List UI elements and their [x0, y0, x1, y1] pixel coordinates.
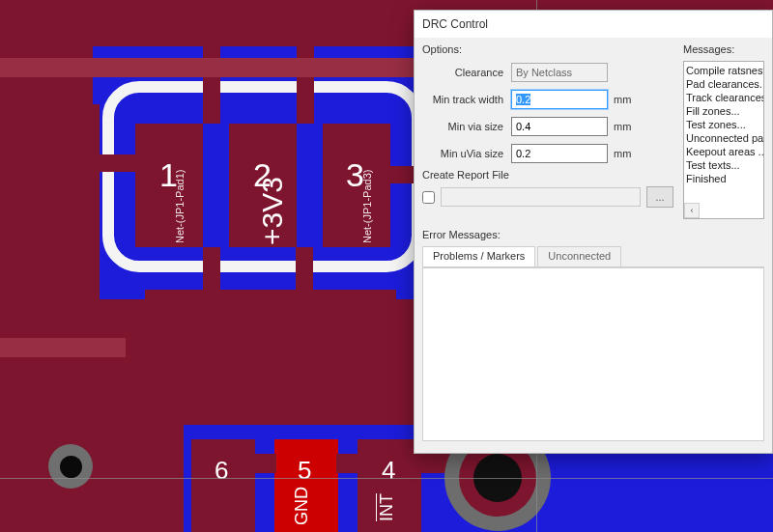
via[interactable] — [48, 444, 93, 489]
report-path-field — [441, 187, 641, 207]
pad-number: 6 — [215, 456, 228, 486]
clearance-label: Clearance — [422, 67, 511, 78]
tab-problems-markers[interactable]: Problems / Markers — [422, 246, 535, 266]
message-item[interactable]: Fill zones... — [686, 104, 763, 118]
message-item[interactable]: Finished — [686, 172, 763, 185]
drc-control-dialog[interactable]: DRC Control Options: Clearance Min track… — [414, 10, 773, 454]
min-track-width-input[interactable] — [511, 90, 608, 109]
min-track-width-label: Min track width — [422, 94, 511, 105]
group-heading: Messages: — [683, 43, 764, 55]
pad-number: 5 — [298, 456, 311, 486]
dialog-body: Options: Clearance Min track width mm Mi… — [415, 38, 772, 453]
message-item[interactable]: Keepout areas ... — [686, 145, 763, 158]
unit-label: mm — [608, 121, 637, 132]
message-item[interactable]: Compile ratsnest... — [686, 64, 763, 77]
scroll-left-icon[interactable]: ‹ — [684, 203, 700, 218]
create-report-checkbox[interactable] — [422, 191, 435, 204]
message-item[interactable]: Test zones... — [686, 118, 763, 131]
messages-list[interactable]: Compile ratsnest...Pad clearances...Trac… — [683, 61, 764, 219]
message-item[interactable]: Pad clearances... — [686, 77, 763, 91]
net-name: Net-(JP1-Pad1) — [174, 170, 186, 243]
group-heading: Error Messages: — [422, 229, 764, 240]
net-name: +3V3 — [256, 177, 289, 245]
unit-label: mm — [608, 94, 637, 105]
group-heading: Options: — [422, 43, 673, 55]
tab-unconnected[interactable]: Unconnected — [537, 246, 621, 266]
browse-button[interactable]: ... — [646, 186, 673, 208]
clearance-value — [511, 63, 608, 82]
error-messages-group: Error Messages: Problems / Markers Uncon… — [422, 229, 764, 441]
create-report-label: Create Report File — [422, 169, 673, 181]
messages-group: Messages: Compile ratsnest...Pad clearan… — [683, 43, 764, 219]
unit-label: mm — [608, 148, 637, 159]
net-name: Net-(JP1-Pad3) — [361, 170, 373, 243]
min-via-size-label: Min via size — [422, 121, 511, 132]
options-group: Options: Clearance Min track width mm Mi… — [422, 43, 673, 219]
message-item[interactable]: Track clearances... — [686, 91, 763, 104]
min-uvia-size-input[interactable] — [511, 144, 608, 163]
message-item[interactable]: Unconnected pads... — [686, 131, 763, 145]
dialog-title[interactable]: DRC Control — [415, 11, 772, 38]
message-item[interactable]: Test texts... — [686, 158, 763, 172]
error-list-panel[interactable] — [422, 267, 764, 441]
error-tabs: Problems / Markers Unconnected — [422, 246, 764, 267]
min-via-size-input[interactable] — [511, 117, 608, 136]
pad-6[interactable] — [191, 439, 255, 532]
net-name: GND — [292, 487, 312, 525]
net-name: INT — [377, 493, 397, 521]
pcb-editor-viewport: 1 Net-(JP1-Pad1) 2 +3V3 3 Net-(JP1-Pad3)… — [0, 0, 773, 532]
min-uvia-size-label: Min uVia size — [422, 148, 511, 159]
cursor-crosshair-h — [0, 478, 773, 479]
pad-number: 4 — [382, 456, 395, 486]
